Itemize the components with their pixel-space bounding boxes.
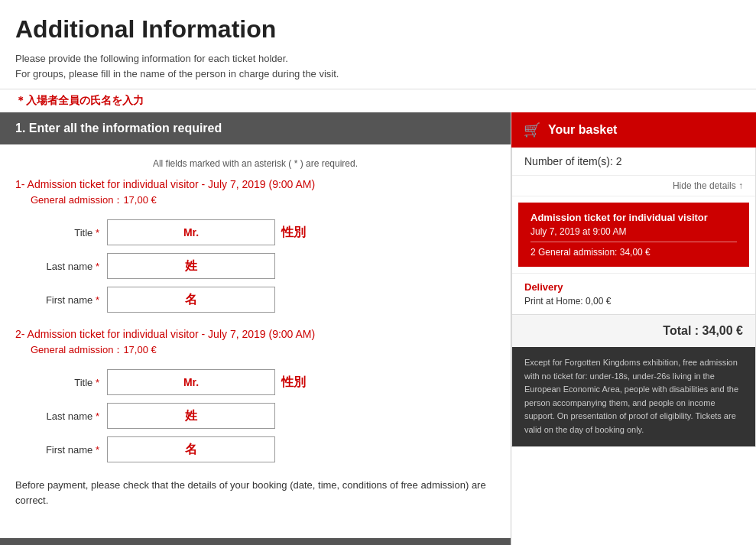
basket-title: Your basket <box>548 123 617 137</box>
left-content: 1. Enter all the information required Al… <box>0 112 511 545</box>
ticket-2-header: 2- Admission ticket for individual visit… <box>15 328 495 340</box>
item-count: Number of item(s): 2 <box>512 148 755 176</box>
ticket-2-lastname-input[interactable] <box>107 403 275 429</box>
required-star-3: * <box>96 294 99 306</box>
section-header: 1. Enter all the information required <box>0 112 511 144</box>
bottom-bar: 2. Payment <box>0 538 511 545</box>
subtitle-line1: Please provide the following information… <box>15 51 741 67</box>
ticket-1-price: General admission：17,00 € <box>31 193 495 207</box>
ticket-2-title-kanji: 性別 <box>281 375 306 391</box>
ticket-1-firstname-label: First name * <box>15 294 107 306</box>
before-payment-note: Before payment, please check that the de… <box>15 478 495 508</box>
form-section: All fields marked with an asterisk ( * )… <box>0 144 511 538</box>
ticket-1-header: 1- Admission ticket for individual visit… <box>15 178 495 190</box>
ticket-1-firstname-input[interactable] <box>107 287 275 313</box>
basket-note: Except for Forgotten Kingdoms exhibition… <box>512 347 755 446</box>
required-star-4: * <box>96 377 99 388</box>
japanese-note: ＊入場者全員の氏名を入力 <box>0 89 756 112</box>
basket-delivery: Delivery Print at Home: 0,00 € <box>512 273 755 314</box>
required-star-2: * <box>96 261 99 272</box>
ticket-1-title-label: Title * <box>15 227 107 238</box>
basket-icon: 🛒 <box>524 122 540 138</box>
basket-header: 🛒 Your basket <box>511 112 756 148</box>
ticket-1-description: Admission ticket for individual visitor … <box>28 178 316 190</box>
required-star: * <box>96 227 99 238</box>
ticket-block-2: 2- Admission ticket for individual visit… <box>15 328 495 462</box>
page-header: Additional Information Please provide th… <box>0 0 756 89</box>
ticket-1-number: 1- <box>15 178 24 190</box>
ticket-1-title-row: Title * 性別 <box>15 219 495 245</box>
basket-total: Total : 34,00 € <box>512 314 755 347</box>
ticket-1-title-kanji: 性別 <box>281 225 306 241</box>
delivery-title: Delivery <box>524 281 743 293</box>
ticket-2-description: Admission ticket for individual visitor … <box>28 328 316 340</box>
basket-body: Number of item(s): 2 Hide the details ↑ … <box>511 148 756 447</box>
basket-item-date: July 7, 2019 at 9:00 AM <box>530 226 737 237</box>
ticket-1-title-input[interactable] <box>107 219 275 245</box>
ticket-1-lastname-label: Last name * <box>15 261 107 272</box>
ticket-2-firstname-row: First name * <box>15 436 495 462</box>
required-star-6: * <box>96 444 99 456</box>
ticket-2-title-label: Title * <box>15 377 107 388</box>
required-note: All fields marked with an asterisk ( * )… <box>15 158 495 169</box>
hide-details-button[interactable]: Hide the details ↑ <box>512 176 755 196</box>
ticket-2-lastname-label: Last name * <box>15 410 107 422</box>
ticket-2-firstname-input[interactable] <box>107 436 275 462</box>
basket-item: Admission ticket for individual visitor … <box>518 203 749 267</box>
ticket-2-number: 2- <box>15 328 24 340</box>
ticket-1-firstname-row: First name * <box>15 287 495 313</box>
ticket-2-price: General admission：17,00 € <box>31 343 495 357</box>
ticket-2-title-input[interactable] <box>107 369 275 395</box>
ticket-1-lastname-row: Last name * <box>15 253 495 279</box>
page-title: Additional Information <box>15 15 741 44</box>
main-layout: 1. Enter all the information required Al… <box>0 112 756 545</box>
delivery-price: Print at Home: 0,00 € <box>524 296 743 307</box>
subtitle-line2: For groups, please fill in the name of t… <box>15 67 741 82</box>
right-basket: 🛒 Your basket Number of item(s): 2 Hide … <box>511 112 756 447</box>
basket-item-price: 2 General admission: 34,00 € <box>530 242 737 258</box>
page-container: Additional Information Please provide th… <box>0 0 756 545</box>
ticket-2-lastname-row: Last name * <box>15 403 495 429</box>
page-subtitle: Please provide the following information… <box>15 51 741 81</box>
ticket-block-1: 1- Admission ticket for individual visit… <box>15 178 495 313</box>
required-star-5: * <box>96 410 99 422</box>
ticket-2-firstname-label: First name * <box>15 444 107 456</box>
ticket-1-lastname-input[interactable] <box>107 253 275 279</box>
basket-item-title: Admission ticket for individual visitor <box>530 212 737 223</box>
ticket-2-title-row: Title * 性別 <box>15 369 495 395</box>
